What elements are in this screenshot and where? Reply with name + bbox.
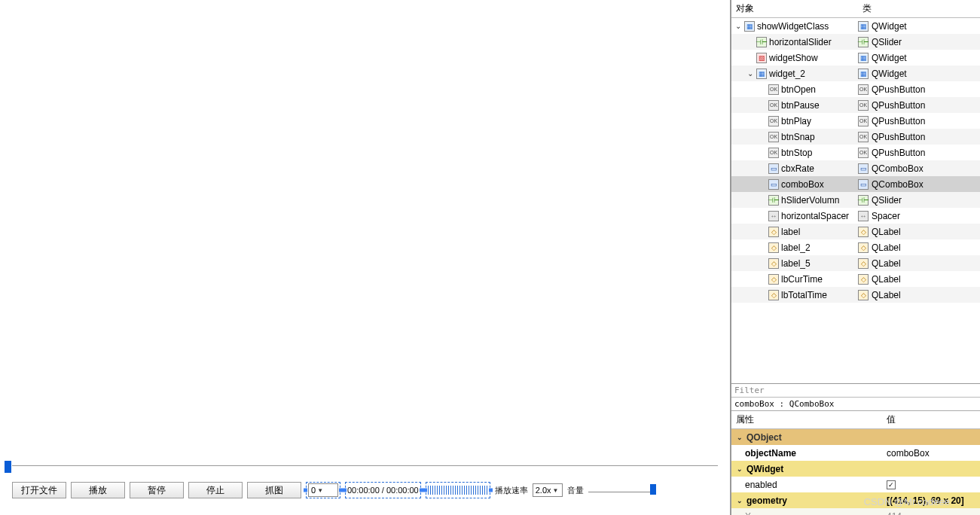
object-name-label: horizontalSlider bbox=[769, 37, 832, 47]
class-name-label: QLabel bbox=[872, 290, 901, 300]
tree-row[interactable]: ↔horizontalSpacer↔Spacer bbox=[731, 208, 980, 224]
object-name-label: btnPause bbox=[781, 100, 820, 111]
tree-row[interactable]: ◇lbCurTime◇QLabel bbox=[731, 271, 980, 287]
current-time-label: 00:00:00 bbox=[347, 486, 380, 495]
object-name-label: lbCurTime bbox=[781, 274, 823, 285]
label-icon: ◇ bbox=[768, 274, 779, 285]
object-name-label: btnOpen bbox=[781, 84, 816, 95]
expand-caret-icon[interactable]: ⌄ bbox=[736, 434, 743, 441]
tree-row[interactable]: ⊣⊢hSliderVolumn⊣⊢QSlider bbox=[731, 192, 980, 208]
tree-row[interactable]: ▭comboBox▭QComboBox bbox=[731, 176, 980, 192]
tree-row[interactable]: OKbtnSnapOKQPushButton bbox=[731, 129, 980, 145]
form-designer-canvas[interactable]: 打开文件 播放 暂停 停止 抓图 0 ▼ 00:00:00 / 00:00:00… bbox=[0, 0, 731, 515]
property-row[interactable]: objectNamecomboBox bbox=[731, 445, 980, 461]
label-icon: ◇ bbox=[858, 290, 869, 300]
class-name-label: Spacer bbox=[872, 211, 900, 221]
spacer-widget[interactable] bbox=[426, 482, 490, 498]
expand-caret-icon[interactable]: ⌄ bbox=[746, 69, 754, 78]
header-property: 属性 bbox=[731, 411, 882, 428]
tree-row[interactable]: OKbtnOpenOKQPushButton bbox=[731, 81, 980, 97]
class-name-label: QPushButton bbox=[872, 100, 925, 111]
tree-row[interactable]: ⌄▦widget_2▦QWidget bbox=[731, 66, 980, 81]
combobox-selection[interactable]: 0 ▼ bbox=[306, 482, 340, 498]
stop-button[interactable]: 停止 bbox=[188, 482, 243, 498]
tree-row[interactable]: ◇lbTotalTime◇QLabel bbox=[731, 287, 980, 303]
header-value: 值 bbox=[882, 411, 980, 428]
property-row[interactable]: ⌄QWidget bbox=[731, 461, 980, 477]
slider-icon: ⊣⊢ bbox=[768, 195, 779, 206]
class-name-label: QLabel bbox=[872, 274, 901, 285]
volume-slider[interactable] bbox=[588, 488, 656, 492]
class-name-label: QPushButton bbox=[872, 116, 925, 126]
combobox-value: 0 bbox=[311, 486, 316, 495]
class-name-label: QLabel bbox=[872, 258, 901, 269]
object-name-label: hSliderVolumn bbox=[781, 195, 839, 206]
pause-button[interactable]: 暂停 bbox=[130, 482, 184, 498]
label-icon: ◇ bbox=[858, 274, 869, 285]
expand-caret-icon[interactable]: ⌄ bbox=[736, 465, 743, 473]
horizontal-slider-preview[interactable] bbox=[5, 459, 725, 473]
object-tree-header: 对象 类 bbox=[731, 0, 980, 18]
spacer-icon: ↔ bbox=[858, 211, 869, 221]
property-row[interactable]: X414 bbox=[731, 508, 980, 515]
property-body[interactable]: ⌄QObjectobjectNamecomboBox⌄QWidgetenable… bbox=[731, 429, 980, 515]
volume-label: 音量 bbox=[567, 485, 584, 496]
tree-row[interactable]: ⌄▦showWidgetClass▦QWidget bbox=[731, 18, 980, 34]
property-row[interactable]: ⌄QObject bbox=[731, 429, 980, 445]
tree-row[interactable]: ⊣⊢horizontalSlider⊣⊢QSlider bbox=[731, 34, 980, 50]
class-name-label: QWidget bbox=[872, 21, 907, 32]
chevron-down-icon: ▼ bbox=[553, 487, 559, 494]
btn-icon: OK bbox=[858, 148, 869, 158]
label-icon: ◇ bbox=[858, 227, 869, 237]
property-editor-panel[interactable]: 属性 值 ⌄QObjectobjectNamecomboBox⌄QWidgete… bbox=[731, 411, 980, 515]
slider-icon: ⊣⊢ bbox=[858, 37, 869, 47]
widget-icon: ▦ bbox=[858, 21, 869, 32]
slider-thumb-icon bbox=[650, 484, 656, 495]
object-name-label: btnPlay bbox=[781, 116, 811, 126]
expand-caret-icon[interactable]: ⌄ bbox=[736, 497, 743, 504]
checkbox-icon[interactable]: ✓ bbox=[887, 480, 896, 489]
time-separator: / bbox=[382, 486, 384, 495]
tree-row[interactable]: OKbtnStopOKQPushButton bbox=[731, 145, 980, 160]
filter-input[interactable]: Filter bbox=[731, 384, 980, 398]
object-tree-body[interactable]: ⌄▦showWidgetClass▦QWidget⊣⊢horizontalSli… bbox=[731, 18, 980, 303]
object-name-label: widget_2 bbox=[769, 69, 805, 79]
property-name-label: geometry bbox=[746, 495, 787, 506]
class-name-label: QPushButton bbox=[872, 84, 925, 95]
property-row[interactable]: enabled✓ bbox=[731, 477, 980, 492]
rate-combobox[interactable]: 2.0x ▼ bbox=[533, 483, 563, 497]
tree-row[interactable]: OKbtnPauseOKQPushButton bbox=[731, 97, 980, 113]
combo-icon: ▭ bbox=[768, 163, 779, 174]
label-icon: ◇ bbox=[768, 290, 779, 300]
spring-icon bbox=[428, 486, 488, 495]
label-icon: ◇ bbox=[768, 258, 779, 269]
open-file-button[interactable]: 打开文件 bbox=[12, 482, 66, 498]
widget-icon: ▦ bbox=[744, 21, 755, 32]
slider-icon: ⊣⊢ bbox=[756, 37, 767, 47]
play-button[interactable]: 播放 bbox=[71, 482, 125, 498]
tree-row[interactable]: ◇label_2◇QLabel bbox=[731, 239, 980, 255]
btn-icon: OK bbox=[858, 100, 869, 111]
property-value-label: 414 bbox=[887, 511, 902, 516]
label-icon: ◇ bbox=[768, 227, 779, 237]
object-tree-panel[interactable]: 对象 类 ⌄▦showWidgetClass▦QWidget⊣⊢horizont… bbox=[731, 0, 980, 384]
btn-icon: OK bbox=[858, 116, 869, 126]
rate-label: 播放速率 bbox=[495, 485, 528, 496]
red-icon: ▧ bbox=[756, 53, 767, 63]
btn-icon: OK bbox=[858, 132, 869, 142]
expand-caret-icon[interactable]: ⌄ bbox=[734, 22, 742, 30]
class-name-label: QLabel bbox=[872, 227, 901, 237]
selected-object-title: comboBox : QComboBox bbox=[731, 398, 980, 411]
property-row[interactable]: ⌄geometry[(414, 15), 69 x 20] bbox=[731, 492, 980, 508]
object-name-label: horizontalSpacer bbox=[781, 211, 849, 221]
btn-icon: OK bbox=[768, 84, 779, 95]
property-value-label: comboBox bbox=[887, 448, 930, 459]
tree-row[interactable]: OKbtnPlayOKQPushButton bbox=[731, 113, 980, 129]
tree-row[interactable]: ▭cbxRate▭QComboBox bbox=[731, 160, 980, 176]
btn-icon: OK bbox=[768, 116, 779, 126]
label-icon: ◇ bbox=[858, 242, 869, 253]
snap-button[interactable]: 抓图 bbox=[247, 482, 301, 498]
tree-row[interactable]: ◇label_5◇QLabel bbox=[731, 255, 980, 271]
tree-row[interactable]: ▧widgetShow▦QWidget bbox=[731, 50, 980, 66]
tree-row[interactable]: ◇label◇QLabel bbox=[731, 224, 980, 239]
